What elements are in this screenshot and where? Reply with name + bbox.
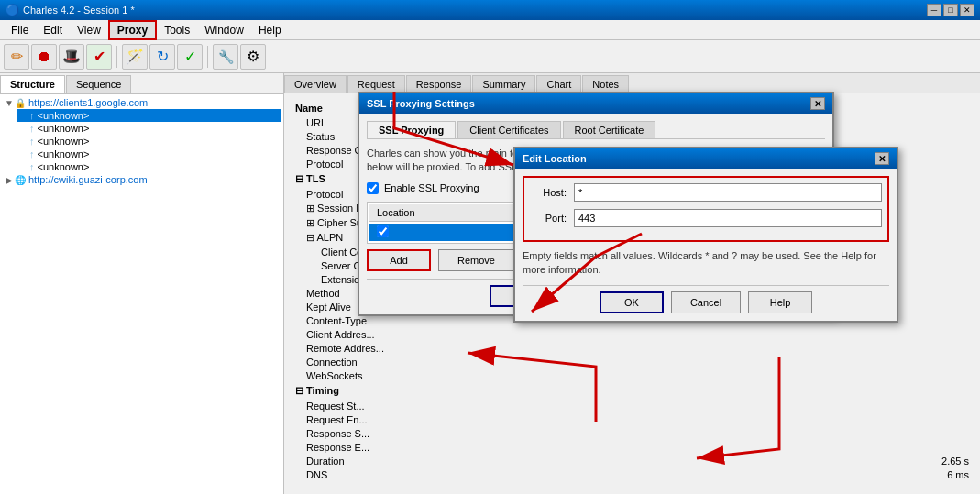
unknown1-label: <unknown> <box>38 110 90 121</box>
main-layout: Structure Sequence ▼ 🔒 https://clients1.… <box>0 73 980 494</box>
menu-tools[interactable]: Tools <box>157 22 197 38</box>
prop-websockets: WebSockets <box>292 369 973 383</box>
location-row-checkbox[interactable] <box>377 225 389 237</box>
prop-remote-address: Remote Addres... <box>292 342 973 356</box>
menu-view[interactable]: View <box>70 22 108 38</box>
hat-icon: 🎩 <box>62 48 81 65</box>
toolbar-breakpoints[interactable]: ✔ <box>86 44 112 70</box>
title-bar-left: 🔵 Charles 4.2 - Session 1 * <box>6 4 135 16</box>
unknown2-label: <unknown> <box>38 123 90 134</box>
pencil-icon: ✏ <box>11 48 23 65</box>
guazi-expand: ▶ <box>4 175 15 185</box>
prop-connection: Connection <box>292 356 973 369</box>
ssl-dialog-title: SSL Proxying Settings <box>367 98 475 109</box>
toolbar: ✏ ⏺ 🎩 ✔ 🪄 ↻ ✓ 🔧 ⚙ <box>0 40 980 73</box>
menu-edit[interactable]: Edit <box>36 22 70 38</box>
edit-dialog-description: Empty fields match all values. Wildcards… <box>523 249 889 278</box>
validate-icon: ✓ <box>184 48 196 65</box>
ssl-dialog-tabs: SSL Proxying Client Certificates Root Ce… <box>367 121 825 139</box>
expand-icon: ▼ <box>4 98 15 108</box>
tab-notes[interactable]: Notes <box>582 75 629 93</box>
prop-response-start: Response S... <box>292 427 973 441</box>
toolbar-refresh[interactable]: ↻ <box>149 44 175 70</box>
toolbar-record[interactable]: ⏺ <box>31 44 57 70</box>
toolbar-compose[interactable]: 🔧 <box>213 44 238 70</box>
edit-ok-button[interactable]: OK <box>600 291 664 313</box>
maximize-button[interactable]: □ <box>943 4 958 16</box>
tab-sequence[interactable]: Sequence <box>66 75 132 93</box>
tab-overview[interactable]: Overview <box>284 75 347 93</box>
toolbar-separator-2 <box>207 46 208 68</box>
menu-file[interactable]: File <box>4 22 36 38</box>
toolbar-rewrite[interactable]: 🪄 <box>122 44 148 70</box>
menu-window[interactable]: Window <box>197 22 251 38</box>
left-tab-bar: Structure Sequence <box>0 73 283 94</box>
unknown1-icon: ↑ <box>29 110 35 121</box>
menu-proxy[interactable]: Proxy <box>108 20 157 40</box>
prop-request-end: Request En... <box>292 413 973 427</box>
menu-bar: File Edit View Proxy Tools Window Help <box>0 20 980 40</box>
unknown5-icon: ↑ <box>29 161 35 172</box>
edit-cancel-button[interactable]: Cancel <box>671 291 741 313</box>
ssl-remove-button[interactable]: Remove <box>438 249 514 271</box>
tree-view: ▼ 🔒 https://clients1.google.com ↑ <unkno… <box>0 94 283 494</box>
google-node-label: https://clients1.google.com <box>28 97 148 108</box>
menu-help[interactable]: Help <box>251 22 289 38</box>
tab-response[interactable]: Response <box>406 75 472 93</box>
tab-request[interactable]: Request <box>347 75 405 93</box>
ssl-dialog-title-bar: SSL Proxying Settings ✕ <box>359 93 832 114</box>
unknown4-label: <unknown> <box>38 148 90 159</box>
enable-ssl-checkbox[interactable] <box>367 182 379 194</box>
guazi-icon: 🌐 <box>15 175 26 185</box>
edit-dialog-title-bar: Edit Location ✕ <box>515 148 897 169</box>
title-bar-buttons: ─ □ ✕ <box>927 4 974 16</box>
host-input[interactable] <box>574 183 882 202</box>
unknown3-label: <unknown> <box>38 136 90 147</box>
tree-item-guazi[interactable]: ▶ 🌐 http://cwiki.guazi-corp.com <box>2 173 281 186</box>
record-icon: ⏺ <box>37 49 51 65</box>
prop-dns: DNS 6 ms <box>292 468 973 482</box>
tab-structure[interactable]: Structure <box>0 75 65 93</box>
prop-request-start: Request St... <box>292 400 973 413</box>
gear-icon: ⚙ <box>247 48 259 65</box>
prop-client-address: Client Addres... <box>292 328 973 342</box>
title-bar: 🔵 Charles 4.2 - Session 1 * ─ □ ✕ <box>0 0 980 20</box>
prop-duration: Duration 2.65 s <box>292 455 973 468</box>
unknown5-label: <unknown> <box>38 161 90 172</box>
minimize-button[interactable]: ─ <box>927 4 941 16</box>
toolbar-validate[interactable]: ✓ <box>177 44 203 70</box>
host-label: Host: <box>530 187 567 198</box>
tree-item-unknown-1[interactable]: ↑ <unknown> <box>17 109 281 122</box>
unknown4-icon: ↑ <box>29 148 35 159</box>
right-panel: Overview Request Response Summary Chart … <box>284 73 980 494</box>
tree-item-unknown-4[interactable]: ↑ <unknown> <box>17 148 281 160</box>
tree-item-unknown-5[interactable]: ↑ <unknown> <box>17 160 281 173</box>
close-button[interactable]: ✕ <box>960 4 974 16</box>
wand-icon: 🪄 <box>126 48 144 65</box>
edit-dialog-title: Edit Location <box>523 153 587 164</box>
edit-fields-box: Host: Port: <box>523 176 889 242</box>
ssl-dialog-close[interactable]: ✕ <box>810 97 825 110</box>
port-input[interactable] <box>574 209 882 227</box>
ssl-tab-root-cert[interactable]: Root Certificate <box>563 121 656 138</box>
left-panel: Structure Sequence ▼ 🔒 https://clients1.… <box>0 73 284 494</box>
host-field-row: Host: <box>530 183 882 202</box>
toolbar-throttle[interactable]: 🎩 <box>59 44 84 70</box>
tab-summary[interactable]: Summary <box>472 75 535 93</box>
tree-item-unknown-3[interactable]: ↑ <unknown> <box>17 135 281 148</box>
ssl-tab-client-certs[interactable]: Client Certificates <box>457 121 560 138</box>
edit-dialog-close[interactable]: ✕ <box>875 152 889 165</box>
tab-chart[interactable]: Chart <box>536 75 581 93</box>
edit-dialog-body: Host: Port: Empty fields match all value… <box>515 169 897 321</box>
ssl-add-button[interactable]: Add <box>367 249 431 271</box>
edit-help-button[interactable]: Help <box>748 291 812 313</box>
ssl-tab-ssl-proxying[interactable]: SSL Proxying <box>367 121 456 138</box>
prop-timing-group: ⊟ Timing <box>292 383 973 400</box>
tree-item-unknown-2[interactable]: ↑ <unknown> <box>17 122 281 135</box>
port-field-row: Port: <box>530 209 882 227</box>
edit-dialog-footer: OK Cancel Help <box>523 285 889 313</box>
google-node-icon: 🔒 <box>15 98 26 108</box>
toolbar-new-session[interactable]: ✏ <box>4 44 29 70</box>
tree-item-google[interactable]: ▼ 🔒 https://clients1.google.com <box>2 96 281 109</box>
toolbar-settings[interactable]: ⚙ <box>240 44 266 70</box>
